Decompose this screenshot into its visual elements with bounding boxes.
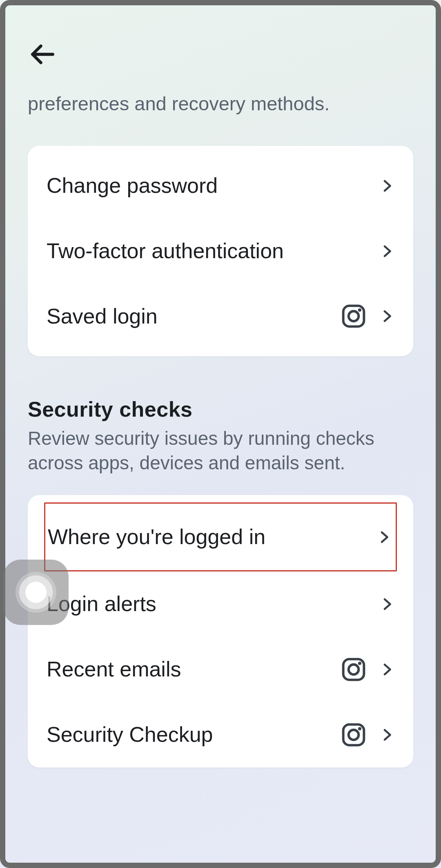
row-label: Saved login: [47, 303, 328, 329]
instagram-icon: [341, 303, 367, 329]
row-login-alerts[interactable]: Login alerts: [28, 571, 413, 636]
chevron-right-icon: [380, 179, 394, 193]
row-label: Change password: [47, 173, 368, 199]
row-change-password[interactable]: Change password: [28, 153, 413, 218]
row-label: Security Checkup: [47, 722, 328, 748]
chevron-right-icon: [380, 244, 394, 259]
row-where-logged-in[interactable]: Where you're logged in: [44, 502, 397, 571]
row-security-checkup[interactable]: Security Checkup: [28, 702, 413, 768]
row-label: Two-factor authentication: [47, 238, 368, 264]
security-checks-title: Security checks: [28, 397, 413, 422]
row-saved-login[interactable]: Saved login: [28, 283, 413, 349]
instagram-icon: [341, 656, 367, 683]
security-checks-card: Where you're logged in Login alerts Rece…: [28, 495, 413, 768]
assistive-touch-icon: [16, 572, 56, 613]
row-label: Recent emails: [47, 656, 328, 682]
chevron-right-icon: [380, 662, 394, 677]
row-recent-emails[interactable]: Recent emails: [28, 637, 413, 702]
chevron-right-icon: [377, 530, 392, 544]
row-label: Login alerts: [47, 591, 368, 617]
instagram-icon: [341, 722, 367, 748]
chevron-right-icon: [380, 309, 394, 324]
row-two-factor[interactable]: Two-factor authentication: [28, 219, 413, 283]
assistive-touch-button[interactable]: [3, 560, 69, 625]
chevron-right-icon: [380, 727, 394, 742]
security-checks-description: Review security issues by running checks…: [28, 426, 413, 475]
arrow-left-icon: [28, 40, 56, 69]
page-subtitle: preferences and recovery methods.: [28, 91, 413, 116]
back-button[interactable]: [28, 40, 56, 69]
row-label: Where you're logged in: [48, 524, 365, 550]
login-security-card: Change password Two-factor authenticatio…: [28, 146, 413, 356]
chevron-right-icon: [380, 597, 394, 611]
